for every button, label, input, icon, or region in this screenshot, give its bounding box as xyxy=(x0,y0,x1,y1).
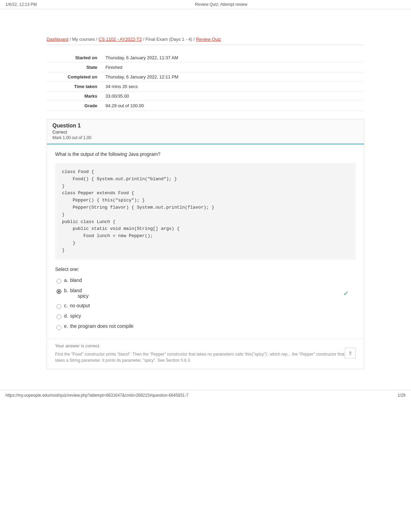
info-row-time-taken: Time taken 34 mins 20 secs xyxy=(47,82,364,91)
answer-options: a. bland b. bland spicy ✓ xyxy=(55,275,356,332)
info-row-state: State Finished xyxy=(47,63,364,72)
grade-value: 94.29 out of 100.00 xyxy=(101,101,364,111)
select-one-label: Select one: xyxy=(55,267,356,272)
text-a: bland xyxy=(70,277,354,283)
text-d: spicy xyxy=(70,313,354,319)
question-mark: Mark 1.00 out of 1.00 xyxy=(52,135,359,140)
code-block: class Food { Food() { System.out.println… xyxy=(55,163,356,260)
feedback-correct: Your answer is correct. xyxy=(55,343,356,348)
feedback-area: Your answer is correct. ⇧ First the "Foo… xyxy=(47,339,364,369)
radio-circle-a xyxy=(57,279,61,284)
browser-bar: 1/6/22, 12:13 PM Review Quiz: Attempt re… xyxy=(0,0,411,9)
radio-a xyxy=(57,278,61,284)
completed-on-label: Completed on xyxy=(47,72,101,82)
text-c: no output xyxy=(70,303,354,308)
time-taken-value: 34 mins 20 secs xyxy=(101,82,364,91)
browser-page-title: Review Quiz: Attempt review xyxy=(195,2,247,7)
letter-c: c. xyxy=(64,303,68,308)
option-e[interactable]: e. the program does not compile xyxy=(55,321,356,332)
info-row-completed: Completed on Thursday, 6 January 2022, 1… xyxy=(47,72,364,82)
question-1-body: What is the output of the following Java… xyxy=(47,145,364,339)
option-d[interactable]: d. spicy xyxy=(55,311,356,321)
radio-b xyxy=(57,288,61,294)
radio-circle-c xyxy=(57,304,61,309)
radio-e xyxy=(57,324,61,330)
browser-footer: https://my.uopeople.edu/mod/quiz/review.… xyxy=(0,390,411,400)
marks-value: 33.00/35.00 xyxy=(101,91,364,101)
option-b[interactable]: b. bland spicy ✓ xyxy=(55,286,356,301)
breadcrumb: Dashboard / My courses / CS 1102 - AY202… xyxy=(47,37,364,45)
correct-checkmark: ✓ xyxy=(343,289,349,297)
breadcrumb-sep2: / xyxy=(143,37,146,42)
breadcrumb-dashboard[interactable]: Dashboard xyxy=(47,37,68,42)
radio-d xyxy=(57,314,61,319)
breadcrumb-final-exam: Final Exam (Days 1 - 4) xyxy=(146,37,192,42)
radio-circle-b xyxy=(57,289,61,294)
letter-b: b. xyxy=(64,288,68,293)
question-number: Question 1 xyxy=(52,123,359,129)
browser-datetime: 1/6/22, 12:13 PM xyxy=(5,2,37,7)
text-b: bland spicy xyxy=(70,288,354,299)
state-label: State xyxy=(47,63,101,72)
time-taken-label: Time taken xyxy=(47,82,101,91)
text-e: the program does not compile xyxy=(70,323,354,329)
completed-on-value: Thursday, 6 January 2022, 12:11 PM xyxy=(101,72,364,82)
footer-url: https://my.uopeople.edu/mod/quiz/review.… xyxy=(5,393,188,398)
text-b-line2: spicy xyxy=(70,293,354,299)
question-1-header: Question 1 Correct Mark 1.00 out of 1.00 xyxy=(47,119,364,145)
option-a[interactable]: a. bland xyxy=(55,275,356,286)
feedback-explanation: First the "Food" constructor prints "bla… xyxy=(55,351,356,363)
breadcrumb-course[interactable]: CS 1102 - AY2022-T2 xyxy=(99,37,142,42)
question-text: What is the output of the following Java… xyxy=(55,151,356,157)
marks-label: Marks xyxy=(47,91,101,101)
state-value: Finished xyxy=(101,63,364,72)
letter-a: a. xyxy=(64,277,68,283)
radio-circle-e xyxy=(57,325,61,330)
info-row-started: Started on Thursday, 6 January 2022, 11:… xyxy=(47,53,364,63)
option-c[interactable]: c. no output xyxy=(55,301,356,311)
letter-d: d. xyxy=(64,313,68,319)
question-label-prefix: Question xyxy=(52,123,78,128)
breadcrumb-sep1: / My courses / xyxy=(70,37,99,42)
breadcrumb-review-quiz[interactable]: Review Quiz xyxy=(196,37,221,42)
letter-e: e. xyxy=(64,323,68,329)
text-b-line1: bland xyxy=(70,288,354,293)
radio-circle-d xyxy=(57,314,61,319)
started-on-label: Started on xyxy=(47,53,101,63)
scroll-up-button[interactable]: ⇧ xyxy=(345,348,356,359)
question-1-block: Question 1 Correct Mark 1.00 out of 1.00… xyxy=(47,119,364,369)
footer-page-number: 1/29 xyxy=(398,393,406,398)
started-on-value: Thursday, 6 January 2022, 11:37 AM xyxy=(101,53,364,63)
question-number-value: 1 xyxy=(78,123,81,128)
radio-c xyxy=(57,304,61,309)
quiz-info-table: Started on Thursday, 6 January 2022, 11:… xyxy=(47,53,364,111)
info-row-marks: Marks 33.00/35.00 xyxy=(47,91,364,101)
info-row-grade: Grade 94.29 out of 100.00 xyxy=(47,101,364,111)
main-container: Dashboard / My courses / CS 1102 - AY202… xyxy=(41,9,370,390)
question-status: Correct xyxy=(52,129,359,135)
grade-label: Grade xyxy=(47,101,101,111)
